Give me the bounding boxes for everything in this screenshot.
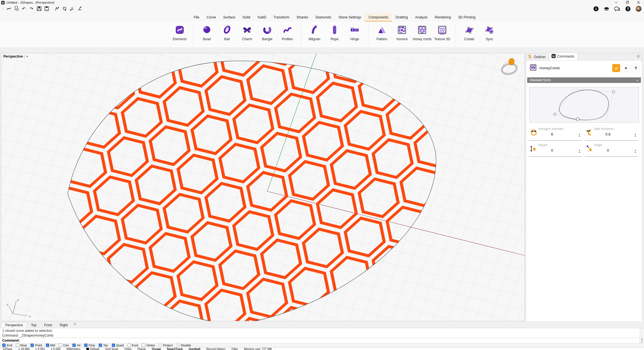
status-grid-snap[interactable]: Grid Snap	[102, 347, 121, 350]
status-y-6-951[interactable]: y 6.951	[33, 347, 48, 350]
save-icon[interactable]	[35, 5, 43, 12]
minimize-button[interactable]	[610, 0, 622, 5]
status-z-0-000[interactable]: z 0.000	[48, 347, 63, 350]
osnap-near[interactable]: Near	[16, 344, 27, 347]
info-icon[interactable]: i	[593, 5, 599, 12]
checkbox[interactable]: ✓	[2, 344, 6, 347]
checkbox[interactable]	[59, 344, 62, 347]
ribbon-item-honey-comb[interactable]: Honey comb	[412, 24, 432, 41]
osnap-tan[interactable]: ✓Tan	[99, 344, 108, 347]
menu-tab-components[interactable]: Components	[365, 13, 392, 22]
help-icon[interactable]: ?	[624, 5, 631, 12]
ribbon-item-rope[interactable]: Rope	[325, 24, 345, 41]
file-history-icon[interactable]	[13, 5, 20, 12]
parameters-header[interactable]: PARAMETERS ∧	[527, 77, 641, 83]
help-button[interactable]: ?	[632, 64, 640, 72]
viewport-tab-front[interactable]: Front	[40, 322, 56, 328]
menu-tab-solid[interactable]: Solid	[239, 13, 254, 22]
spinner-up-icon[interactable]: ▲	[579, 133, 581, 135]
checkbox[interactable]	[16, 344, 19, 347]
status-x-18-980[interactable]: x 18.980	[15, 347, 32, 350]
viewport-tab-top[interactable]: Top	[27, 322, 40, 328]
checkbox[interactable]: ✓	[72, 344, 76, 347]
menu-tab-surface[interactable]: Surface	[219, 13, 239, 22]
menu-tab-stone-settings[interactable]: Stone Settings	[335, 13, 365, 22]
viewport-tab-right[interactable]: Right	[56, 322, 72, 328]
menu-tab-subd[interactable]: SubD	[254, 13, 270, 22]
osnap-project[interactable]: Project	[158, 344, 172, 347]
field-value[interactable]: 0	[584, 148, 632, 153]
ribbon-item-elements[interactable]: Elements	[170, 24, 190, 41]
spinner-up-icon[interactable]: ▲	[634, 149, 636, 151]
status-ortho[interactable]: Ortho	[121, 347, 134, 350]
ribbon-item-sync[interactable]: Sync	[479, 24, 499, 41]
spinner-up-icon[interactable]: ▲	[640, 338, 644, 341]
sketch-swoosh-icon[interactable]	[5, 5, 13, 12]
status-osnap[interactable]: Osnap	[149, 347, 164, 350]
status-planar[interactable]: Planar	[135, 347, 149, 350]
ribbon-item-hinge[interactable]: Hinge	[345, 24, 365, 41]
spinner-down-icon[interactable]: ▼	[634, 151, 636, 154]
status-gumball[interactable]: Gumball	[186, 347, 203, 350]
ribbon-item-profiles[interactable]: Profiles	[277, 24, 297, 41]
add-viewport-icon[interactable]	[73, 322, 77, 327]
viewport[interactable]: yxz Perspective ▼	[1, 53, 525, 321]
viewport-tab-perspective[interactable]: Perspective	[1, 322, 27, 328]
checkbox[interactable]: ✓	[84, 344, 87, 347]
user-avatar[interactable]	[635, 5, 642, 12]
cancel-button[interactable]: ×	[622, 64, 630, 72]
save-incremental-icon[interactable]	[43, 5, 50, 12]
viewport-label-caret-icon[interactable]: ▼	[26, 55, 28, 58]
menu-tab-rendering[interactable]: Rendering	[431, 13, 455, 22]
chat-icon[interactable]	[614, 5, 621, 12]
status-cplane[interactable]: CPlane	[0, 347, 15, 350]
collapse-chevron-icon[interactable]: ∧	[636, 79, 638, 82]
education-icon[interactable]	[603, 5, 610, 12]
osnap-knot[interactable]: Knot	[127, 344, 138, 347]
osnap-point[interactable]: ✓Point	[30, 344, 42, 347]
field-value[interactable]: 6	[528, 132, 576, 136]
command-history[interactable]: 1 closed curve added to selection. Comma…	[0, 328, 644, 338]
menu-tab-file[interactable]: File	[190, 13, 203, 22]
ribbon-item-milgrain[interactable]: Milgrain	[304, 24, 325, 41]
osnap-quad[interactable]: ✓Quad	[112, 344, 124, 347]
undo-icon[interactable]: ↶	[20, 5, 28, 12]
menu-tab-analyze[interactable]: Analyze	[411, 13, 431, 22]
status-smarttrack[interactable]: SmartTrack	[164, 347, 186, 350]
field-spinner[interactable]: ▲▼	[633, 148, 637, 155]
toolbar-close-icon[interactable]: ×	[0, 7, 5, 10]
status-filter[interactable]: Filter	[229, 347, 241, 350]
orient-icon[interactable]	[68, 5, 76, 12]
panel-tab-outliner[interactable]: Outliner	[526, 53, 549, 60]
menu-tab-diamonds[interactable]: Diamonds	[312, 13, 335, 22]
field-spinner[interactable]: ▲▼	[577, 132, 581, 139]
gear-icon[interactable]	[636, 54, 640, 59]
restore-button[interactable]	[622, 0, 633, 5]
ribbon-item-create[interactable]: Create	[459, 24, 479, 41]
menu-tab-drafting[interactable]: Drafting	[392, 13, 411, 22]
osnap-perp[interactable]: ✓Perp	[84, 344, 95, 347]
ribbon-item-bangle[interactable]: Bangle	[257, 24, 277, 41]
osnap-vertex[interactable]: Vertex	[142, 344, 155, 347]
spinner-down-icon[interactable]: ▼	[579, 151, 581, 154]
checkbox[interactable]	[142, 344, 145, 347]
osnap-mid[interactable]: ✓Mid	[46, 344, 55, 347]
viewport-canvas[interactable]: yxz	[1, 53, 525, 321]
close-button[interactable]	[633, 0, 644, 5]
spinner-down-icon[interactable]: ▼	[634, 135, 636, 137]
viewport-label[interactable]: Perspective ▼	[3, 54, 28, 58]
confirm-button[interactable]	[612, 64, 620, 72]
ribbon-item-pattern[interactable]: Pattern	[372, 24, 392, 41]
osnap-cen[interactable]: Cen	[59, 344, 69, 347]
spinner-down-icon[interactable]: ▼	[579, 135, 581, 137]
command-prompt[interactable]: Command:	[0, 339, 20, 342]
field-value[interactable]: 0	[528, 148, 576, 153]
status-millimeters[interactable]: Millimeters	[64, 347, 84, 350]
spinner-up-icon[interactable]: ▲	[634, 133, 636, 135]
status-memory-use-727-mb[interactable]: Memory use: 727 MB	[241, 347, 275, 350]
history-scrollbar[interactable]	[640, 328, 644, 338]
checkbox[interactable]	[158, 344, 162, 347]
checkbox[interactable]: ✓	[99, 344, 102, 347]
ribbon-item-bead[interactable]: Bead	[197, 24, 217, 41]
checkbox[interactable]	[176, 344, 180, 347]
